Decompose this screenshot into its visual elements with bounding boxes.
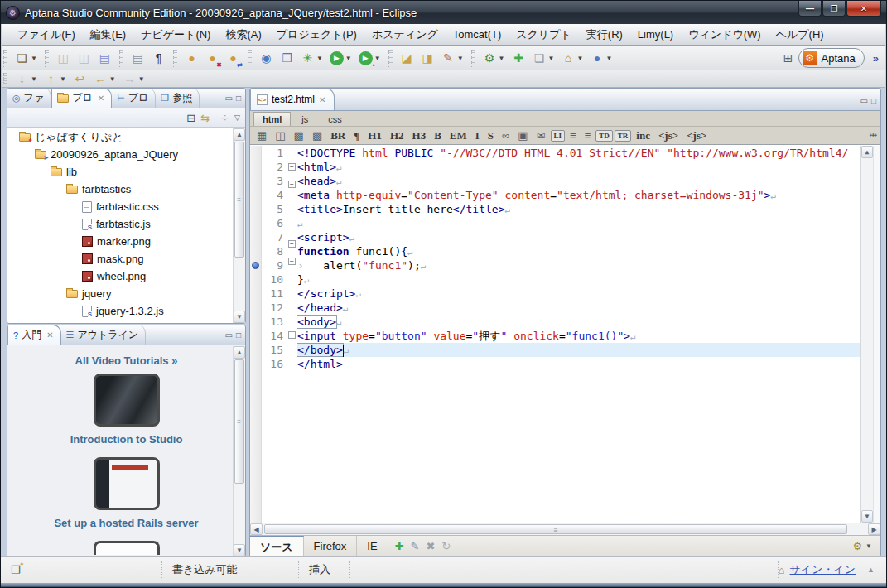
code-line-11[interactable]: </script>↵ [297, 287, 860, 301]
menu-item-1[interactable]: 編集(E) [83, 25, 133, 45]
code-line-12[interactable]: </head>↵ [297, 301, 860, 315]
code-text[interactable]: <!DOCTYPE html PUBLIC "-//W3C//DTD HTML … [297, 146, 860, 523]
preview-page-button[interactable]: ❒ [277, 50, 296, 67]
tree-item-farbtastic.css[interactable]: farbtastic.css [7, 198, 245, 215]
prev-annotation-button[interactable]: ↑▼ [41, 70, 69, 88]
aptana-perspective-button[interactable]: ⚙Aptana [798, 48, 865, 68]
video-thumbnail[interactable] [94, 541, 160, 555]
h2-button[interactable]: H2 [387, 128, 407, 143]
plugins-button[interactable]: ⚙▼ [480, 50, 508, 67]
edit-preview-button[interactable]: ✎ [411, 540, 420, 552]
code-line-8[interactable]: function func1(){↵ [297, 244, 860, 258]
video-thumbnail[interactable] [94, 457, 160, 510]
bold-button[interactable]: B [431, 128, 445, 143]
back-button[interactable]: ←▼ [91, 70, 118, 88]
preview-tab-IE[interactable]: IE [357, 536, 388, 557]
view-menu-button[interactable]: ▽ [234, 113, 240, 122]
unordered-list-icon[interactable]: ≡ [581, 128, 595, 143]
run-button[interactable]: ▶▼ [327, 50, 354, 67]
menu-item-6[interactable]: Tomcat(T) [446, 26, 509, 43]
menu-item-9[interactable]: Limy(L) [630, 26, 681, 43]
tomcat-restart-button[interactable]: ●⇄ [224, 50, 243, 67]
code-line-6[interactable]: ↵ [297, 216, 860, 230]
last-edit-location-button[interactable]: ↩ [70, 70, 89, 88]
image-dark-icon[interactable]: ▩ [291, 128, 307, 143]
tree-item-farbtastics[interactable]: farbtastics [7, 181, 245, 198]
link-with-editor-button[interactable]: ⇆ [200, 112, 210, 124]
menu-item-4[interactable]: プロジェクト(P) [269, 25, 364, 45]
subtab-html[interactable]: html [253, 112, 291, 126]
status-expand-icon[interactable]: ▲ [867, 566, 875, 574]
subtab-js[interactable]: js [292, 112, 317, 126]
fast-view-icon[interactable]: ❐✦ [11, 564, 21, 576]
open-perspective-icon[interactable]: ⊞ [783, 51, 793, 65]
dropdown-icon[interactable]: ▼ [316, 55, 323, 62]
tree-item-20090926_aptana_JQuery[interactable]: ➤20090926_aptana_JQuery [7, 146, 245, 163]
subtab-css[interactable]: css [319, 112, 351, 126]
add-plugin-button[interactable]: ✚ [509, 50, 528, 67]
video-caption[interactable]: Set up a hosted Rails server [7, 517, 245, 529]
preview-tab-Firefox[interactable]: Firefox [304, 536, 358, 557]
maximize-view-icon[interactable]: □ [871, 96, 876, 105]
tab-close-icon[interactable]: ✕ [46, 330, 53, 340]
minimize-button[interactable]: — [798, 1, 822, 17]
tomcat-stop-button[interactable]: ●✖ [203, 50, 222, 67]
fold-toggle-icon[interactable]: − [288, 181, 296, 188]
dropdown-icon[interactable]: ▼ [138, 75, 145, 83]
getting-started-scrollbar[interactable]: ▲ ≡ ▼ [233, 346, 245, 557]
close-button[interactable]: ✕ [846, 1, 881, 17]
my-aptana-home-icon[interactable]: ⌂ [779, 564, 785, 576]
code-line-2[interactable]: <html>↵ [297, 160, 860, 174]
dropdown-icon[interactable]: ▼ [60, 75, 66, 83]
fold-toggle-icon[interactable]: − [288, 258, 296, 265]
dropdown-icon[interactable]: ▼ [576, 55, 583, 62]
show-paragraph-button[interactable]: ¶ [149, 50, 168, 67]
delete-preview-button[interactable]: ✖ [426, 540, 435, 552]
video-tutorial-0[interactable]: Introduction to Studio [7, 374, 245, 446]
fold-toggle-icon[interactable]: − [288, 163, 296, 171]
minimize-view-icon[interactable]: ▭ [860, 96, 868, 105]
video-tutorial-1[interactable]: Set up a hosted Rails server [7, 457, 245, 529]
scroll-up-icon[interactable]: ▲ [861, 146, 873, 158]
menu-item-11[interactable]: ヘルプ(H) [769, 25, 832, 45]
fold-toggle-icon[interactable]: − [288, 331, 296, 339]
save-all-button[interactable]: ◫ [75, 50, 94, 67]
toolbar-overflow-icon[interactable]: » [873, 52, 879, 65]
tree-item-wheel.png[interactable]: wheel.png [7, 267, 245, 285]
tree-item-じゃばすくりぷと[interactable]: ✦じゃばすくりぷと [7, 128, 245, 146]
folding-ruler[interactable]: −−−−− [287, 146, 297, 523]
explorer-tab-1[interactable]: プロ✕ [51, 88, 112, 108]
debug-button[interactable]: ✳▼ [298, 50, 325, 67]
print-button[interactable]: ▤ [95, 50, 114, 67]
new-wizard-button[interactable]: ❏▼ [12, 50, 40, 67]
tree-item-lib[interactable]: lib [7, 163, 245, 181]
ordered-list-icon[interactable]: ≡ [566, 128, 580, 143]
br-button[interactable]: BR [327, 128, 349, 143]
tab-close-icon[interactable]: ✕ [98, 94, 104, 103]
dropdown-icon[interactable]: ▼ [31, 55, 37, 62]
code-line-16[interactable]: </html> [297, 357, 860, 371]
code-line-1[interactable]: <!DOCTYPE html PUBLIC "-//W3C//DTD HTML … [297, 146, 860, 160]
tree-item-marker.png[interactable]: marker.png [7, 233, 245, 250]
code-line-9[interactable]: › alert("func1");↵ [297, 258, 860, 272]
strike-button[interactable]: S [484, 128, 497, 143]
table-icon[interactable]: ▦ [253, 128, 270, 143]
all-video-tutorials-link[interactable]: All Video Tutorials » [7, 354, 245, 367]
paragraph-button[interactable]: ¶ [350, 128, 363, 143]
menu-item-5[interactable]: ホスティング [364, 25, 446, 45]
tab-close-icon[interactable]: ✕ [319, 95, 325, 104]
image-dark2-icon[interactable]: ▩ [309, 128, 325, 143]
frame-icon[interactable]: ◫ [272, 128, 288, 143]
getting-started-tab-1[interactable]: ☰アウトライン [61, 325, 147, 345]
code-line-14[interactable]: <input type="button" value="押す" onclick=… [297, 329, 860, 343]
explorer-tab-3[interactable]: ❐参照 [156, 88, 200, 108]
collapse-all-button[interactable]: ⊟ [186, 112, 195, 124]
tomcat-start-button[interactable]: ● [182, 50, 201, 67]
next-annotation-button[interactable]: ↓▼ [12, 70, 40, 88]
explorer-tab-2[interactable]: ⊢プロ [112, 88, 156, 108]
menu-item-8[interactable]: 実行(R) [579, 25, 630, 45]
refresh-preview-button[interactable]: ↻ [441, 540, 451, 552]
show-ruler-button[interactable]: ▤ [128, 50, 147, 67]
dropdown-icon[interactable]: ▼ [605, 55, 612, 62]
menu-item-0[interactable]: ファイル(F) [10, 25, 83, 45]
